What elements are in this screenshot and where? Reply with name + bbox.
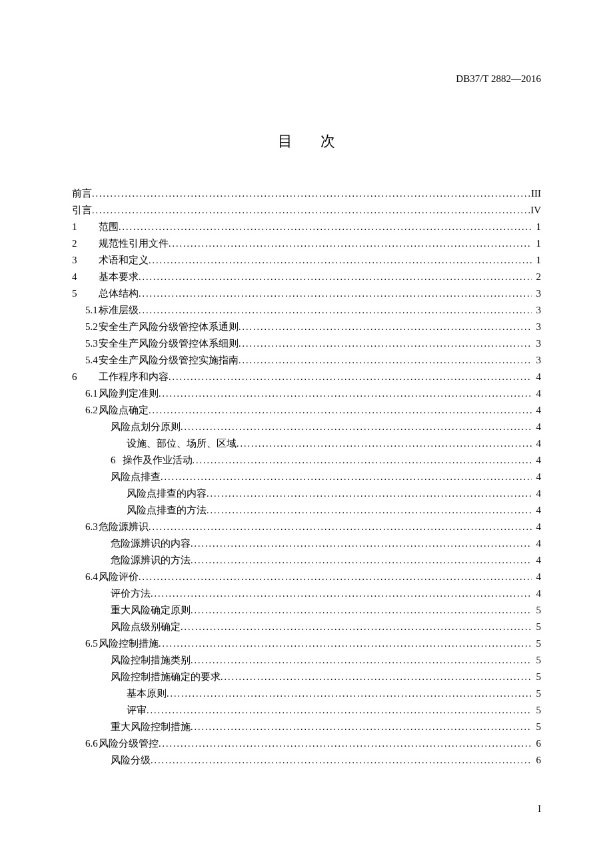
toc-page: 4 [532, 455, 541, 465]
toc-entry: 6.2风险点确定4 [72, 405, 541, 415]
toc-entry: 风险分级6 [72, 755, 541, 765]
toc-page: 4 [532, 422, 541, 432]
toc-leader [191, 556, 532, 565]
toc-entry: 6.3危险源辨识4 [72, 522, 541, 532]
toc-entry: 风险点级别确定5 [72, 622, 541, 632]
toc-page: 4 [532, 439, 541, 449]
toc-leader [139, 306, 532, 315]
toc-entry: 引言IV [72, 205, 541, 215]
toc-page: 5 [532, 622, 541, 632]
toc-number: 6.3 [85, 522, 99, 532]
toc-label: 工作程序和内容 [99, 372, 169, 382]
toc-leader [159, 389, 532, 399]
toc-label: 危险源辨识的内容 [111, 539, 191, 549]
toc-number: 5.1 [85, 305, 99, 315]
toc-leader [207, 489, 532, 499]
toc-leader [149, 406, 532, 415]
toc-page: 1 [532, 239, 541, 249]
toc-page: 3 [532, 305, 541, 315]
toc-entry: 5.1标准层级3 [72, 305, 541, 315]
toc-leader [169, 373, 532, 382]
toc-leader [181, 623, 532, 632]
toc-number: 3 [72, 255, 85, 265]
toc-leader [139, 273, 532, 282]
toc-label: 范围 [99, 222, 119, 232]
toc-page: 3 [532, 339, 541, 349]
toc-page: 4 [532, 489, 541, 499]
toc-label: 安全生产风险分级管控实施指南 [99, 355, 239, 365]
toc-page: 2 [532, 272, 541, 282]
toc-entry: 4基本要求2 [72, 272, 541, 282]
toc-page: 1 [532, 255, 541, 265]
toc-entry: 风险点划分原则4 [72, 422, 541, 432]
toc-page: 4 [532, 539, 541, 549]
toc-number: 6.2 [85, 405, 99, 415]
toc-page: 6 [532, 739, 541, 749]
toc-number: 5.3 [85, 339, 99, 349]
toc-leader [159, 739, 532, 749]
toc-label: 危险源辨识 [99, 522, 149, 532]
toc-page: 3 [532, 289, 541, 299]
toc-page: 6 [532, 755, 541, 765]
toc-number: 5.4 [85, 355, 99, 365]
toc-number: 5.2 [85, 322, 99, 332]
toc-entry: 风险点排查的内容4 [72, 489, 541, 499]
page-title: 目 次 [72, 131, 541, 151]
toc-entry: 1范围1 [72, 222, 541, 232]
toc-entry: 风险控制措施确定的要求5 [72, 672, 541, 682]
toc-page: 4 [532, 522, 541, 532]
toc-leader [159, 639, 532, 649]
toc-leader [139, 573, 532, 582]
toc-label: 风险点划分原则 [111, 422, 181, 432]
toc-entry: 风险控制措施类别5 [72, 655, 541, 665]
toc-number: 1 [72, 222, 85, 232]
toc-entry: 危险源辨识的内容4 [72, 539, 541, 549]
toc-label: 安全生产风险分级管控体系细则 [99, 339, 239, 349]
toc-page: III [531, 189, 541, 199]
toc-entry: 重大风险控制措施5 [72, 722, 541, 732]
toc-entry: 6工作程序和内容4 [72, 372, 541, 382]
toc-page: 4 [532, 389, 541, 399]
toc-page: 5 [532, 722, 541, 732]
toc-leader [191, 723, 532, 732]
toc-label: 风险点排查的内容 [127, 489, 207, 499]
toc-leader [239, 339, 532, 349]
toc-leader [169, 239, 532, 249]
page-number: I [538, 804, 541, 815]
toc-page: 4 [532, 555, 541, 565]
toc-leader [191, 656, 532, 665]
toc-entry: 5.4安全生产风险分级管控实施指南3 [72, 355, 541, 365]
toc-entry: 6.1风险判定准则4 [72, 389, 541, 399]
toc-label: 规范性引用文件 [99, 239, 169, 249]
toc-entry: 6.5风险控制措施5 [72, 639, 541, 649]
toc-entry: 风险点排查的方法4 [72, 505, 541, 515]
toc-number: 6.5 [85, 639, 99, 649]
toc-page: 5 [532, 705, 541, 715]
toc-leader [92, 206, 530, 215]
toc-page: 5 [532, 689, 541, 699]
toc-leader [221, 673, 532, 682]
toc-leader [151, 756, 532, 765]
toc-number: 6 [72, 372, 85, 382]
toc-page: 5 [532, 639, 541, 649]
toc-entry: 基本原则5 [72, 689, 541, 699]
toc-label: 引言 [72, 205, 92, 215]
toc-leader [161, 473, 532, 482]
toc-number: 4 [72, 272, 85, 282]
toc-label: 重大风险控制措施 [111, 722, 191, 732]
toc-number: 6.4 [85, 572, 99, 582]
toc-page: 4 [532, 472, 541, 482]
toc-number: 6 [111, 455, 116, 465]
toc-page: 4 [532, 505, 541, 515]
toc-page: 4 [532, 405, 541, 415]
toc-label: 评审 [127, 705, 147, 715]
toc-entry: 设施、部位、场所、区域4 [72, 439, 541, 449]
toc-entry: 5总体结构3 [72, 289, 541, 299]
toc-entry: 2规范性引用文件1 [72, 239, 541, 249]
toc-leader [149, 256, 532, 265]
toc-number: 2 [72, 239, 85, 249]
toc-leader [167, 689, 532, 699]
toc-leader [151, 589, 532, 599]
toc-leader [181, 423, 532, 432]
toc-leader [239, 323, 532, 332]
